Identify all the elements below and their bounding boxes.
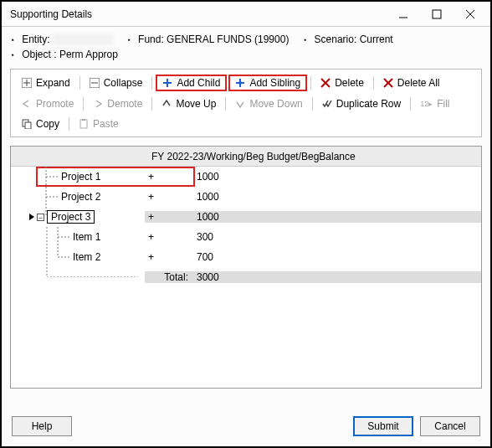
object-label: Object :: [22, 49, 56, 60]
value-cell[interactable]: 300: [193, 231, 481, 243]
paste-icon: [79, 119, 89, 129]
op-cell[interactable]: +: [145, 171, 193, 183]
move-up-icon: [161, 99, 172, 109]
total-value: 3000: [193, 271, 481, 283]
svg-point-13: [238, 81, 242, 85]
total-row: Total: 3000: [11, 267, 481, 287]
svg-rect-20: [80, 120, 87, 128]
close-button[interactable]: [454, 3, 487, 26]
dialog-window: Supporting Details Entity: xxxx Fund: GE…: [0, 0, 492, 448]
value-cell[interactable]: 1000: [193, 171, 481, 183]
table-row[interactable]: Item 2 + 700: [11, 247, 481, 267]
demote-button[interactable]: Demote: [87, 96, 148, 111]
op-cell[interactable]: +: [145, 191, 193, 203]
cancel-button[interactable]: Cancel: [420, 416, 480, 436]
title-bar: Supporting Details: [2, 2, 490, 27]
svg-rect-21: [82, 119, 85, 121]
add-child-button[interactable]: Add Child: [156, 75, 227, 91]
duplicate-row-button[interactable]: Duplicate Row: [316, 96, 407, 111]
total-label: Total:: [145, 271, 193, 283]
duplicate-icon: [322, 99, 332, 109]
data-grid[interactable]: FY 2022-23/Working/Beg Budget/BegBalance…: [10, 146, 482, 389]
value-cell[interactable]: 1000: [193, 191, 481, 203]
object-value: Perm Approp: [59, 49, 118, 60]
delete-icon: [320, 78, 331, 88]
op-cell[interactable]: +: [145, 231, 193, 243]
add-child-icon: [162, 78, 172, 88]
promote-icon: [22, 99, 32, 109]
entity-label: Entity:: [22, 33, 49, 45]
table-row[interactable]: Project 1 + 1000: [11, 167, 481, 187]
fund-value: GENERAL FUNDS (19900): [167, 33, 289, 45]
node-label: Item 1: [69, 231, 104, 243]
collapse-button[interactable]: Collapse: [84, 75, 149, 90]
copy-button[interactable]: Copy: [16, 116, 65, 131]
delete-button[interactable]: Delete: [315, 75, 370, 90]
node-label: Project 1: [58, 171, 104, 183]
context-bar: Entity: xxxx Fund: GENERAL FUNDS (19900)…: [2, 27, 490, 64]
fill-button[interactable]: 12▸ Fill: [414, 96, 455, 111]
expand-button[interactable]: Expand: [16, 75, 76, 90]
context-fund: Fund: GENERAL FUNDS (19900): [128, 33, 290, 45]
expand-icon: [22, 78, 32, 88]
column-header: FY 2022-23/Working/Beg Budget/BegBalance: [145, 151, 481, 162]
collapse-icon: [90, 78, 100, 88]
move-down-icon: [235, 99, 245, 109]
scenario-value: Current: [360, 33, 393, 45]
delete-all-icon: [383, 78, 393, 88]
copy-icon: [22, 119, 32, 129]
delete-all-button[interactable]: Delete All: [377, 75, 446, 90]
svg-rect-1: [433, 10, 441, 18]
context-scenario: Scenario: Current: [304, 33, 392, 45]
move-down-button[interactable]: Move Down: [229, 96, 308, 111]
table-row[interactable]: Project 2 + 1000: [11, 187, 481, 207]
op-cell[interactable]: +: [145, 251, 193, 263]
add-sibling-icon: [235, 78, 245, 88]
value-cell[interactable]: 700: [193, 251, 481, 263]
toolbar: Expand Collapse Add Child Add Sibling: [2, 64, 490, 142]
context-object: Object : Perm Approp: [12, 49, 480, 60]
op-cell[interactable]: +: [145, 211, 193, 223]
node-label: Project 2: [58, 191, 104, 203]
fill-icon: 12▸: [420, 100, 433, 108]
submit-button[interactable]: Submit: [353, 416, 413, 436]
node-label[interactable]: Project 3: [47, 210, 95, 224]
entity-value: xxxx: [53, 33, 113, 45]
scenario-label: Scenario:: [315, 33, 357, 45]
window-title: Supporting Details: [10, 8, 387, 20]
move-up-button[interactable]: Move Up: [156, 96, 222, 111]
paste-button[interactable]: Paste: [73, 116, 125, 131]
grid-header: FY 2022-23/Working/Beg Budget/BegBalance: [11, 147, 481, 167]
maximize-button[interactable]: [420, 3, 454, 26]
svg-rect-19: [25, 122, 31, 129]
help-button[interactable]: Help: [12, 416, 72, 436]
row-pointer-icon: [29, 214, 34, 220]
fund-label: Fund:: [138, 33, 164, 45]
context-entity: Entity: xxxx: [12, 33, 113, 45]
node-label: Item 2: [69, 251, 104, 263]
grid-body: Project 1 + 1000 Project 2 + 1000 –: [11, 167, 481, 388]
promote-button[interactable]: Promote: [16, 96, 79, 111]
table-row[interactable]: – Project 3 + 1000: [11, 207, 481, 227]
table-row[interactable]: Item 1 + 300: [11, 227, 481, 247]
add-sibling-button[interactable]: Add Sibling: [228, 75, 307, 91]
dialog-footer: Help Submit Cancel: [2, 408, 490, 446]
demote-icon: [93, 99, 103, 109]
value-cell[interactable]: 1000: [193, 211, 481, 223]
minimize-button[interactable]: [387, 3, 420, 26]
